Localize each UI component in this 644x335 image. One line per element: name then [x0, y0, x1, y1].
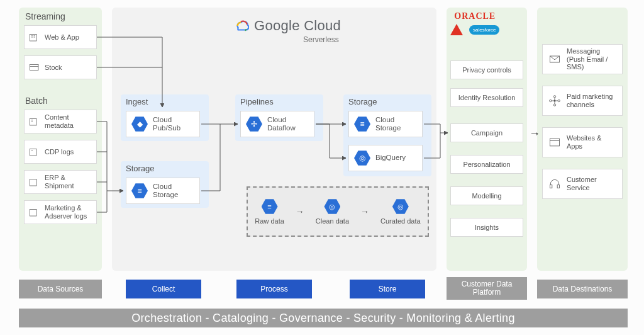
arrow-right-icon: → [360, 207, 369, 217]
cdp-modelling: Modelling [450, 186, 523, 205]
stage-label-store: Store [350, 280, 425, 298]
svg-rect-13 [30, 210, 37, 217]
stage-clean: ◎ Clean data [316, 198, 349, 225]
source-label: Content metadata [45, 113, 92, 129]
building-icon [28, 176, 41, 188]
source-label: Stock [45, 64, 62, 72]
dataflow-icon: ✢ [246, 116, 262, 132]
cloud-storage-icon: ≡ [131, 183, 148, 199]
svg-rect-12 [30, 179, 37, 186]
region-heading: Pipelines [235, 94, 323, 108]
adobe-logo-icon [450, 24, 463, 35]
cdp-privacy-controls: Privacy controls [450, 60, 523, 79]
stage-label-collect: Collect [126, 280, 201, 298]
cdp-insights: Insights [450, 218, 523, 237]
google-cloud-logo-icon [233, 18, 249, 34]
raw-data-icon: ≡ [262, 198, 278, 215]
card-label: Privacy controls [462, 66, 511, 74]
cdp-personalization: Personalization [450, 155, 523, 174]
svg-point-15 [553, 99, 555, 101]
source-label: ERP & Shipment [45, 174, 92, 190]
card-label: Personalization [463, 161, 510, 168]
building-icon [28, 116, 41, 127]
bigquery-icon: ◎ [354, 150, 370, 166]
building-icon [28, 207, 41, 218]
service-cloud-storage-out: ≡ Cloud Storage [348, 111, 423, 137]
arrow-right-icon: → [296, 207, 304, 217]
headset-icon [548, 178, 562, 190]
stage-label-sources: Data Sources [19, 280, 102, 298]
svg-rect-10 [30, 149, 37, 156]
source-label: CDP logs [45, 148, 74, 156]
network-icon [548, 94, 562, 107]
governance-banner: Orchestration - Cataloging - Governance … [19, 309, 628, 327]
card-label: Modelling [472, 192, 501, 200]
dest-paid-marketing: Paid marketing channels [542, 86, 623, 116]
dest-messaging: Messaging (Push Email / SMS) [542, 44, 623, 74]
service-label: BigQuery [375, 154, 406, 162]
building-icon [28, 31, 41, 43]
source-label: Marketing & Adserver logs [45, 204, 92, 220]
svg-rect-5 [30, 65, 39, 71]
google-cloud-label: Google Cloud [254, 18, 341, 34]
service-label: Cloud Storage [153, 183, 194, 199]
svg-rect-22 [550, 185, 552, 188]
region-heading: Ingest [121, 94, 209, 108]
stage-label: Clean data [316, 217, 349, 225]
stage-label-cdp: Customer Data Platform [447, 277, 527, 300]
service-label: Cloud Storage [375, 116, 417, 132]
svg-rect-7 [30, 119, 37, 126]
svg-point-18 [553, 96, 555, 98]
google-cloud-subtitle: Serverless [303, 35, 339, 44]
region-heading: Storage [343, 94, 431, 108]
cdp-campaign: Campaign [450, 123, 523, 142]
card-label: Messaging (Push Email / SMS) [567, 47, 618, 71]
stage-raw: ≡ Raw data [255, 198, 284, 225]
region-heading: Storage [121, 161, 209, 174]
service-bigquery: ◎ BigQuery [348, 145, 423, 171]
source-stock: Stock [24, 55, 97, 79]
service-label: Cloud Pub/Sub [153, 116, 194, 132]
clean-data-icon: ◎ [324, 198, 340, 215]
card-label: Websites & Apps [567, 134, 618, 150]
stage-label: Raw data [255, 217, 284, 225]
source-cdp-logs: CDP logs [24, 140, 97, 164]
card-label: Paid marketing channels [567, 93, 618, 108]
source-label: Web & App [45, 33, 79, 42]
cloud-storage-icon: ≡ [354, 116, 370, 132]
salesforce-logo: salesforce [469, 25, 499, 35]
oracle-logo: ORACLE [454, 11, 496, 21]
svg-rect-20 [550, 139, 560, 146]
card-label: Campaign [471, 129, 502, 137]
service-label: Cloud Dataflow [267, 116, 309, 132]
svg-point-19 [553, 104, 555, 106]
card-label: Customer Service [567, 176, 618, 191]
pubsub-icon: ◆ [131, 116, 148, 132]
building-icon [28, 146, 41, 157]
service-cloud-storage-in: ≡ Cloud Storage [126, 178, 200, 204]
stage-label-destinations: Data Destinations [537, 280, 628, 298]
source-marketing-logs: Marketing & Adserver logs [24, 200, 97, 224]
cdp-identity-resolution: Identity Resolution [450, 88, 523, 107]
architecture-diagram: Streaming Batch Web & App Stock Content … [0, 0, 644, 335]
card-label: Insights [475, 224, 499, 231]
dest-websites-apps: Websites & Apps [542, 127, 623, 157]
stage-curated: ◎ Curated data [380, 198, 421, 225]
card-label: Identity Resolution [458, 94, 516, 101]
stage-label-process: Process [236, 280, 312, 298]
source-erp-shipment: ERP & Shipment [24, 170, 97, 194]
arrow-right-icon: → [529, 127, 540, 140]
source-content-metadata: Content metadata [24, 110, 97, 133]
service-dataflow: ✢ Cloud Dataflow [240, 111, 314, 137]
dest-customer-service: Customer Service [542, 169, 623, 199]
card-icon [28, 62, 41, 73]
svg-rect-23 [557, 185, 559, 188]
browser-icon [548, 136, 562, 149]
curated-data-icon: ◎ [392, 198, 409, 215]
svg-rect-0 [30, 35, 37, 42]
source-web-and-app: Web & App [24, 25, 97, 49]
service-pubsub: ◆ Cloud Pub/Sub [126, 111, 200, 137]
vendor-logos: ORACLE salesforce [450, 11, 499, 35]
google-cloud-title: Google Cloud [233, 18, 341, 34]
heading-streaming: Streaming [25, 11, 65, 21]
